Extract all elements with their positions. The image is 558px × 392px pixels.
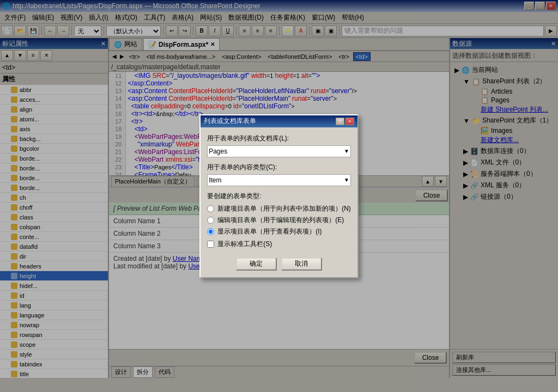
show-toolbar-checkbox[interactable] (207, 241, 214, 248)
modal-combo1[interactable]: Pages ▼ (207, 145, 351, 157)
radio-new-label: 新建项目表单（用于向列表中添加新的项）(N) (217, 204, 351, 213)
modal-body: 用于表单的列表或文档库(L): Pages ▼ 用于表单的内容类型(C): It… (201, 127, 357, 253)
combo1-arrow: ▼ (344, 148, 349, 154)
radio-display-item[interactable] (207, 228, 214, 235)
radio-display-label: 显示项目表单（用于查看列表项）(I) (217, 227, 322, 236)
radio-group-new: 新建项目表单（用于向列表中添加新的项）(N) (207, 204, 351, 213)
radio-new-item[interactable] (207, 205, 214, 212)
modal-cancel-btn[interactable]: 取消 (281, 258, 322, 271)
checkbox-label: 显示标准工具栏(S) (217, 240, 272, 249)
modal-close-btn[interactable]: × (345, 118, 354, 125)
radio-group-edit: 编辑项目表单（用于编辑现有的列表项）(E) (207, 216, 351, 225)
modal-label1: 用于表单的列表或文档库(L): (207, 134, 351, 143)
modal-overlay: 列表或文档库表单 ? × 用于表单的列表或文档库(L): Pages ▼ 用于表… (0, 0, 558, 392)
radio-edit-label: 编辑项目表单（用于编辑现有的列表项）(E) (217, 216, 344, 225)
modal-combo2[interactable]: Item ▼ (207, 174, 351, 186)
modal-help-btn[interactable]: ? (336, 118, 344, 125)
combo2-arrow: ▼ (344, 177, 349, 183)
checkbox-group: 显示标准工具栏(S) (207, 240, 351, 249)
modal-ok-btn[interactable]: 确定 (236, 258, 277, 271)
modal-form-type-label: 要创建的表单类型: (207, 192, 351, 201)
radio-edit-item[interactable] (207, 217, 214, 224)
modal-footer: 确定 取消 (201, 253, 357, 277)
modal-title-buttons: ? × (336, 118, 354, 125)
modal-dialog: 列表或文档库表单 ? × 用于表单的列表或文档库(L): Pages ▼ 用于表… (199, 114, 359, 278)
modal-title-bar: 列表或文档库表单 ? × (201, 115, 357, 127)
modal-label2: 用于表单的内容类型(C): (207, 163, 351, 172)
modal-title-text: 列表或文档库表单 (204, 117, 256, 126)
radio-group-display: 显示项目表单（用于查看列表项）(I) (207, 227, 351, 236)
